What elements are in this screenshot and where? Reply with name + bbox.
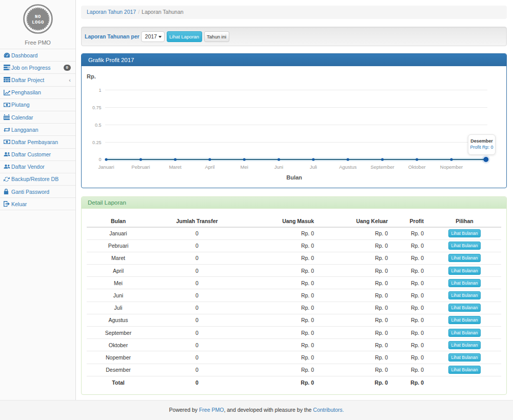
- svg-text:NO: NO: [35, 14, 41, 19]
- svg-text:Rp.: Rp.: [87, 73, 96, 79]
- svg-text:Oktober: Oktober: [408, 164, 426, 170]
- svg-text:Nopember: Nopember: [440, 164, 463, 170]
- svg-text:April: April: [205, 164, 214, 170]
- svg-text:Bulan: Bulan: [286, 174, 302, 181]
- svg-text:0.25: 0.25: [92, 140, 102, 145]
- svg-text:0.75: 0.75: [92, 105, 102, 110]
- svg-text:Juni: Juni: [274, 164, 283, 170]
- svg-text:0.5: 0.5: [95, 123, 102, 128]
- svg-text:Pebruari: Pebruari: [131, 164, 150, 170]
- svg-text:September: September: [370, 164, 394, 170]
- svg-text:Maret: Maret: [169, 164, 182, 170]
- svg-text:0: 0: [98, 157, 101, 162]
- svg-text:Juli: Juli: [310, 164, 317, 170]
- svg-text:Agustus: Agustus: [339, 164, 357, 170]
- svg-text:LOGO: LOGO: [32, 20, 44, 25]
- svg-text:1: 1: [98, 88, 101, 93]
- svg-text:Mei: Mei: [241, 164, 248, 170]
- svg-text:Januari: Januari: [98, 164, 114, 170]
